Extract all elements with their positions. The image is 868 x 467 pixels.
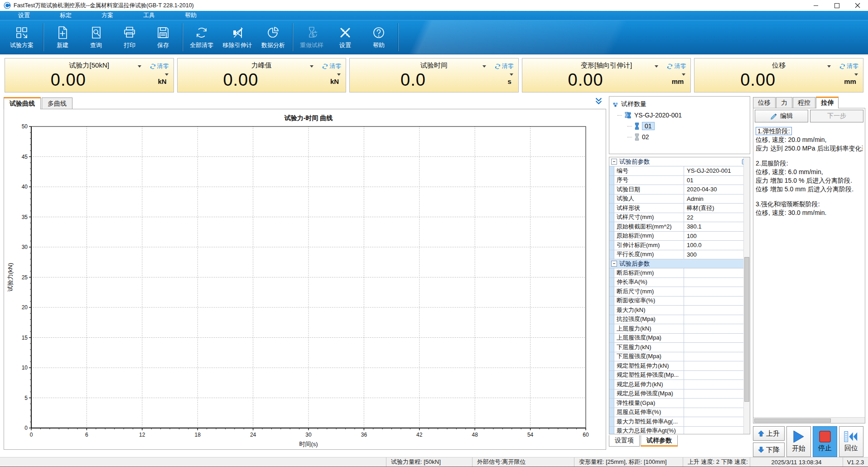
param-row[interactable]: 序号01	[609, 176, 750, 185]
chevron-down-icon[interactable]	[138, 65, 141, 68]
close-button[interactable]	[847, 0, 868, 11]
new-document-icon	[55, 25, 70, 40]
menu-item-scheme[interactable]: 方案	[97, 11, 118, 20]
param-row[interactable]: 断面收缩率(%)	[609, 297, 750, 306]
reset-all-icon	[194, 25, 209, 40]
param-row[interactable]: 上屈服力(kN)	[609, 324, 750, 334]
tab-program-control[interactable]: 程控	[793, 97, 815, 108]
menu-item-tools[interactable]: 工具	[139, 11, 159, 20]
tab-sample-params[interactable]: 试样参数	[641, 435, 678, 447]
tree-sample-02[interactable]: 02	[627, 131, 747, 142]
scrollbar-thumb[interactable]	[744, 257, 749, 402]
clear-link[interactable]: 清零	[150, 62, 169, 70]
jog-down-button[interactable]: 下降	[753, 443, 785, 457]
clear-link[interactable]: 清零	[667, 62, 686, 70]
toolbar-remove-extensometer-button[interactable]: 移除引伸计	[218, 25, 256, 49]
meter-value: 0.00	[694, 70, 821, 90]
home-button[interactable]: 回位	[839, 426, 863, 457]
status-version: V1.2.3	[843, 457, 868, 467]
tab-tension[interactable]: 拉伸	[816, 97, 839, 108]
param-row[interactable]: 试样尺寸(mm)22	[609, 213, 750, 223]
param-row[interactable]: 引伸计标距(mm)100.0	[609, 241, 750, 250]
post-test-section-header[interactable]: 试验后参数	[609, 259, 750, 268]
tab-displacement[interactable]: 位移	[753, 97, 776, 108]
param-row[interactable]: 最大力总延伸率Agt(%)	[609, 427, 750, 435]
clear-link[interactable]: 清零	[322, 62, 341, 70]
chevron-down-icon[interactable]	[655, 65, 658, 68]
param-row[interactable]: 弹性模量(Gpa)	[609, 399, 750, 408]
param-row[interactable]: 断后标距(mm)	[609, 268, 750, 278]
tab-multi-curve[interactable]: 多曲线	[42, 97, 72, 109]
tab-force[interactable]: 力	[776, 97, 792, 108]
toolbar-save-button[interactable]: 保存	[146, 25, 180, 49]
param-row[interactable]: 抗拉强度(Mpa)	[609, 315, 750, 325]
stop-button[interactable]: 停止	[813, 426, 837, 457]
chart-tab-strip: 试验曲线 多曲线	[4, 96, 606, 109]
param-row[interactable]: 试验人Admin	[609, 195, 750, 204]
program-scrollbar[interactable]	[753, 417, 865, 423]
clear-link[interactable]: 清零	[495, 62, 514, 70]
param-row[interactable]: 下屈服强度(Mpa)	[609, 352, 750, 362]
pre-test-section-header[interactable]: 试验前参数	[609, 157, 750, 166]
tab-test-curve[interactable]: 试验曲线	[4, 97, 41, 109]
param-row[interactable]: 原始横截面积(mm^2)380.1	[609, 222, 750, 232]
toolbar-redo-sample-button[interactable]: 重做试样	[295, 25, 328, 49]
param-row[interactable]: 规定塑性延伸强度(Mp...	[609, 371, 750, 380]
param-row[interactable]: 最大力(kN)	[609, 306, 750, 315]
collapse-box-icon[interactable]	[611, 261, 617, 267]
param-row[interactable]: 屈服点延伸率(%)	[609, 408, 750, 418]
row-gutter	[609, 213, 614, 222]
menu-item-help[interactable]: 帮助	[180, 11, 201, 20]
program-line[interactable]: 1.弹性阶段:	[756, 127, 863, 136]
param-row[interactable]: 试样形状棒材(直径)	[609, 204, 750, 213]
pie-chart-icon	[266, 25, 280, 40]
tab-settings-items[interactable]: 设置项	[609, 435, 640, 447]
toolbar-settings-button[interactable]: 设置	[328, 25, 362, 49]
chevron-down-icon[interactable]	[827, 65, 831, 68]
param-row[interactable]: 最大力塑性延伸率Ag(...	[609, 417, 750, 427]
start-button[interactable]: 开始	[786, 426, 811, 457]
scrollbar-thumb[interactable]	[754, 418, 831, 423]
toolbar-clear-all-button[interactable]: 全部清零	[185, 25, 218, 49]
toolbar-data-analysis-button[interactable]: 数据分析	[256, 25, 290, 49]
toolbar-print-button[interactable]: 打印	[113, 25, 146, 49]
collapse-box-icon[interactable]	[611, 159, 617, 165]
toolbar-help-button[interactable]: 帮助	[362, 25, 395, 49]
menu-item-calibration[interactable]: 标定	[55, 11, 76, 20]
chevron-down-icon[interactable]	[482, 65, 486, 68]
toolbar-query-button[interactable]: 查询	[79, 25, 113, 49]
reset-icon	[839, 63, 845, 69]
toolbar-test-scheme-button[interactable]: 试验方案	[3, 25, 41, 49]
tree-sample-01[interactable]: 01	[627, 121, 747, 131]
param-row[interactable]: 断后尺寸(mm)	[609, 287, 750, 297]
tree-batch[interactable]: YS-GJ-2020-001	[617, 110, 747, 121]
toolbar-new-button[interactable]: 新建	[46, 25, 79, 49]
maximize-button[interactable]	[826, 0, 847, 11]
jog-up-button[interactable]: 上升	[753, 426, 785, 441]
param-row[interactable]: 试验日期2020-04-30	[609, 185, 750, 195]
param-row[interactable]: 下屈服力(kN)	[609, 343, 750, 352]
param-row[interactable]: 规定总延伸力(kN)	[609, 380, 750, 389]
save-floppy-icon	[156, 25, 170, 40]
collapse-panel-icon[interactable]	[595, 97, 603, 107]
row-gutter	[609, 371, 614, 380]
menu-item-settings[interactable]: 设置	[14, 11, 34, 20]
chevron-down-icon[interactable]	[310, 65, 313, 68]
param-row[interactable]: 原始标距(mm)100	[609, 232, 750, 241]
toolbar-label: 帮助	[373, 41, 385, 49]
minimize-button[interactable]	[805, 0, 826, 11]
param-row[interactable]: 编号YS-GJ-2020-001	[609, 166, 750, 176]
tree-root[interactable]: 试样数量	[612, 99, 747, 110]
svg-text:0: 0	[30, 432, 33, 438]
next-step-button[interactable]: 下一步	[810, 110, 863, 122]
clear-link[interactable]: 清零	[839, 62, 858, 70]
param-row[interactable]: 规定塑性延伸力(kN)	[609, 361, 750, 371]
table-scrollbar[interactable]	[743, 157, 750, 434]
param-row[interactable]: 平行长度(mm)300	[609, 250, 750, 260]
param-row[interactable]: 伸长率A(%)	[609, 278, 750, 287]
param-row[interactable]: 规定总延伸强度(Mpa)	[609, 389, 750, 399]
specimen-icon	[634, 133, 640, 141]
param-row[interactable]: 上屈服强度(Mpa)	[609, 334, 750, 343]
program-line: 2.屈服阶段:	[756, 159, 863, 168]
edit-button[interactable]: 编辑	[755, 110, 808, 122]
